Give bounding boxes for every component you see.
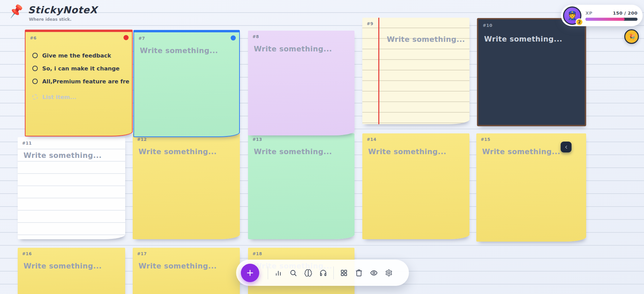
checklist-item-text: So, i can make it change <box>42 65 120 71</box>
note-placeholder[interactable]: Write something... <box>368 148 446 156</box>
checklist-new-item[interactable]: List item... <box>32 94 129 100</box>
note-id: #16 <box>22 251 32 256</box>
note-placeholder[interactable]: Write something... <box>138 262 217 270</box>
note-6[interactable]: #6 Give me the feedback So, i can make i… <box>25 30 133 136</box>
collapse-panel-button[interactable] <box>561 142 572 152</box>
note-placeholder[interactable]: Write something... <box>23 262 102 270</box>
plus-icon <box>246 268 254 277</box>
headphones-icon <box>319 269 327 277</box>
note-7[interactable]: #7 Write something... <box>133 30 240 137</box>
note-11[interactable]: #11 Write something... <box>18 137 125 239</box>
red-margin-line <box>378 18 379 124</box>
checklist-item[interactable]: Give me the feedback <box>32 52 129 59</box>
note-17[interactable]: #17 Write something... <box>133 248 240 294</box>
app-title: StickyNoteX <box>28 4 97 16</box>
note-checklist: Give me the feedback So, i can make it c… <box>32 52 129 107</box>
party-popper-icon: 🎉 <box>628 33 635 40</box>
xp-card: 👮 2 XP 150 / 200 <box>561 5 643 26</box>
note-placeholder[interactable]: Write something... <box>254 45 332 53</box>
app-tagline: Where ideas stick. <box>29 17 71 22</box>
note-placeholder[interactable]: Write something... <box>140 47 218 55</box>
chevron-left-icon <box>564 145 569 150</box>
app-canvas: 📌 StickyNoteX Where ideas stick. 👮 2 XP … <box>0 0 644 294</box>
note-placeholder[interactable]: Write something... <box>387 35 465 44</box>
xp-progress-track <box>585 18 638 21</box>
settings-button[interactable] <box>385 269 393 277</box>
note-id: #15 <box>481 137 490 142</box>
layout-grid-button[interactable] <box>340 269 348 277</box>
note-15[interactable]: #15 Write something... <box>476 133 586 242</box>
checkbox-circle-dashed-icon <box>32 94 38 100</box>
note-id: #8 <box>252 34 259 39</box>
note-placeholder[interactable]: Write something... <box>254 148 332 156</box>
toolbar-divider <box>268 266 268 279</box>
note-id: #14 <box>367 137 376 142</box>
bottom-toolbar <box>236 260 409 286</box>
checklist-item-text: Give me the feedback <box>42 52 111 59</box>
checklist-placeholder-text: List item... <box>42 94 76 100</box>
audio-button[interactable] <box>319 269 327 277</box>
grid-icon <box>340 269 348 277</box>
note-id: #7 <box>138 36 145 41</box>
checklist-item[interactable]: All,Premium feature are fre <box>32 78 129 84</box>
note-12[interactable]: #12 Write something... <box>133 133 240 239</box>
note-id: #13 <box>252 137 262 142</box>
note-placeholder[interactable]: Write something... <box>23 151 102 160</box>
note-8[interactable]: #8 Write something... <box>248 31 354 135</box>
ai-brain-button[interactable] <box>304 269 312 277</box>
pushpin-logo-icon: 📌 <box>8 3 24 19</box>
search-button[interactable] <box>289 269 297 277</box>
note-id: #17 <box>137 251 147 256</box>
blue-color-dot[interactable] <box>231 35 236 40</box>
toolbar-divider <box>333 266 334 279</box>
note-9[interactable]: #9 Write something... <box>362 18 469 124</box>
trash-icon <box>355 269 363 277</box>
checklist-item[interactable]: So, i can make it change <box>32 65 129 71</box>
xp-progress-block: XP 150 / 200 <box>581 11 643 21</box>
brain-icon <box>304 269 312 277</box>
note-id: #6 <box>30 36 36 40</box>
note-14[interactable]: #14 Write something... <box>362 133 469 239</box>
checkbox-circle-icon[interactable] <box>32 79 38 84</box>
search-icon <box>289 269 297 277</box>
eye-icon <box>370 269 378 277</box>
note-10[interactable]: #10 Write something... <box>477 18 586 126</box>
gear-icon <box>385 269 393 277</box>
checkbox-circle-icon[interactable] <box>32 53 38 58</box>
red-color-dot[interactable] <box>123 35 129 40</box>
checkbox-circle-icon[interactable] <box>32 66 38 71</box>
note-id: #10 <box>483 23 492 28</box>
bar-chart-icon <box>274 269 282 277</box>
level-badge: 2 <box>576 18 583 26</box>
checklist-item-text: All,Premium feature are fre <box>42 78 129 84</box>
xp-progress-fill <box>585 18 625 21</box>
note-placeholder[interactable]: Write something... <box>484 35 562 43</box>
avatar[interactable]: 👮 2 <box>563 6 581 25</box>
note-placeholder[interactable]: Write something... <box>482 148 560 156</box>
note-13[interactable]: #13 Write something... <box>248 133 354 239</box>
note-id: #9 <box>367 21 373 26</box>
note-id: #18 <box>252 251 262 256</box>
note-id: #11 <box>22 141 32 146</box>
stats-button[interactable] <box>274 269 282 277</box>
xp-value: 150 / 200 <box>613 11 638 16</box>
view-button[interactable] <box>370 269 378 277</box>
delete-button[interactable] <box>355 269 363 277</box>
celebrate-button[interactable]: 🎉 <box>624 29 639 44</box>
note-id: #12 <box>137 137 147 142</box>
note-placeholder[interactable]: Write something... <box>138 148 217 156</box>
note-16[interactable]: #16 Write something... <box>18 248 125 294</box>
xp-label: XP <box>585 11 593 16</box>
add-note-button[interactable] <box>241 264 259 282</box>
